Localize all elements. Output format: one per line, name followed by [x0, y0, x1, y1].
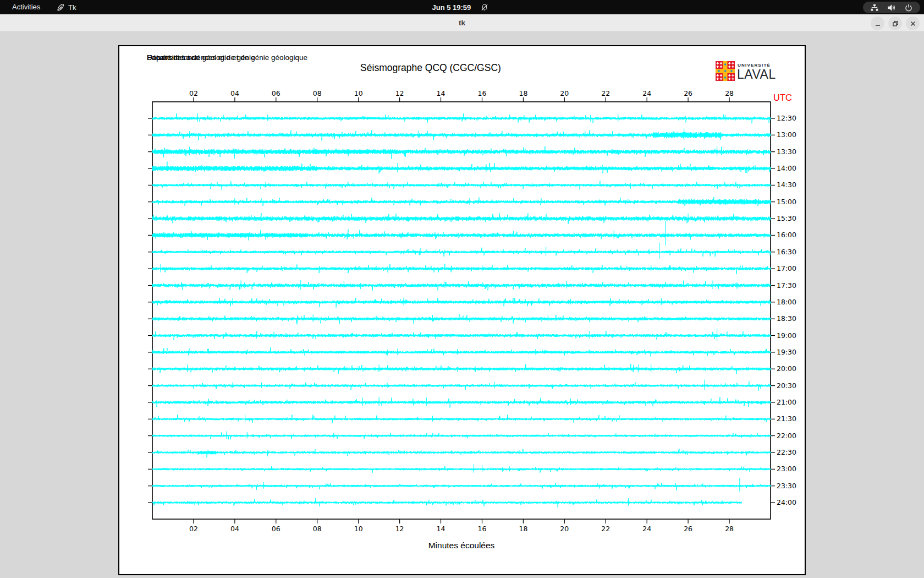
trace-time-label: 16:00 — [777, 231, 796, 239]
trace-time-label: 20:30 — [777, 381, 796, 390]
trace-time-label: 24:00 — [777, 498, 796, 506]
x-tick-label-top: 18 — [515, 89, 531, 97]
x-tick-label-bottom: 14 — [433, 525, 449, 533]
focused-app-name: Tk — [68, 3, 76, 12]
trace-time-label: 19:00 — [777, 331, 796, 340]
seismo-trace-13-30 — [152, 146, 771, 159]
x-tick-label-top: 22 — [598, 89, 613, 97]
x-tick-label-bottom: 16 — [475, 525, 490, 533]
trace-time-label: 22:00 — [777, 432, 796, 440]
close-icon — [909, 20, 917, 28]
seismo-trace-16-30 — [152, 248, 771, 257]
seismo-trace-21-00 — [152, 397, 771, 407]
seismo-trace-24-00 — [152, 498, 741, 507]
trace-time-label: 22:30 — [777, 448, 796, 456]
trace-time-label: 12:30 — [777, 114, 796, 122]
trace-time-label: 17:00 — [777, 264, 796, 272]
x-tick-label-bottom: 08 — [310, 525, 325, 533]
x-tick-label-top: 24 — [639, 89, 654, 97]
trace-time-label: 14:30 — [777, 181, 796, 189]
seismo-trace-12-30 — [152, 113, 771, 123]
seismo-trace-20-00 — [152, 364, 771, 374]
x-tick-label-top: 14 — [433, 89, 449, 97]
logo-text-laval: LAVAL — [737, 67, 776, 82]
minimize-button[interactable] — [871, 17, 884, 30]
trace-time-label: 16:30 — [777, 248, 796, 256]
seismo-trace-22-00 — [152, 432, 771, 439]
laval-shield-icon — [716, 61, 735, 81]
trace-time-label: 15:30 — [777, 214, 796, 222]
x-tick-label-top: 12 — [392, 89, 408, 97]
trace-time-label: 13:00 — [777, 130, 796, 139]
x-tick-label-bottom: 22 — [598, 525, 613, 533]
x-tick-label-bottom: 06 — [268, 525, 284, 533]
gnome-top-bar: Activities Tk Jun 5 19:59 — [0, 0, 924, 14]
trace-time-label: 14:00 — [777, 164, 796, 172]
trace-time-label: 19:30 — [777, 348, 796, 356]
trace-time-label: 18:00 — [777, 298, 796, 306]
x-tick-label-top: 20 — [557, 89, 572, 97]
minimize-icon — [874, 20, 882, 28]
restore-icon — [892, 20, 899, 28]
bell-slash-icon — [480, 3, 488, 12]
x-tick-label-bottom: 12 — [392, 525, 408, 533]
trace-time-label: 23:00 — [777, 465, 796, 473]
volume-icon — [887, 3, 896, 12]
seismo-trace-23-00 — [152, 466, 771, 472]
seismo-trace-14-30 — [152, 181, 771, 190]
network-tree-icon — [870, 3, 879, 12]
x-tick-label-bottom: 20 — [557, 525, 572, 533]
clock-label: Jun 5 19:59 — [432, 3, 471, 12]
x-tick-label-top: 26 — [680, 89, 696, 97]
seismo-trace-19-30 — [152, 347, 771, 357]
x-tick-label-bottom: 04 — [227, 525, 243, 533]
page-title: Séismographe QCQ (CGC/GSC) — [293, 62, 568, 74]
seismo-trace-15-00 — [152, 197, 771, 206]
plot-frame — [152, 102, 771, 519]
seismograph-canvas: Département de géologie et de génie géol… — [118, 45, 806, 575]
seismo-trace-22-30 — [152, 449, 771, 457]
seismo-trace-15-30 — [152, 213, 771, 224]
system-status-menu[interactable] — [863, 2, 920, 13]
utc-axis-label: UTC — [773, 92, 792, 103]
seismo-trace-23-30 — [152, 483, 771, 490]
trace-time-label: 17:30 — [777, 281, 796, 290]
activities-button[interactable]: Activities — [9, 0, 43, 14]
seismo-trace-17-00 — [152, 264, 771, 274]
x-tick-label-top: 06 — [268, 89, 284, 97]
x-tick-label-bottom: 26 — [680, 525, 696, 533]
window-title-bar[interactable]: tk — [0, 14, 924, 32]
trace-time-label: 15:00 — [777, 198, 796, 206]
x-tick-label-top: 02 — [186, 89, 201, 97]
restore-button[interactable] — [888, 17, 902, 30]
seismo-trace-17-30 — [152, 281, 771, 291]
x-tick-label-bottom: 10 — [351, 525, 366, 533]
seismograph-plot — [119, 46, 805, 574]
tk-feather-icon — [56, 3, 64, 12]
institution-line-3: Université Laval — [147, 53, 200, 63]
seismo-trace-19-00 — [152, 331, 771, 340]
x-tick-label-top: 16 — [475, 89, 490, 97]
universite-laval-logo: UNIVERSITÉ LAVAL — [716, 61, 826, 83]
seismo-trace-14-00 — [152, 162, 771, 174]
seismo-trace-20-30 — [152, 381, 771, 391]
trace-time-label: 23:30 — [777, 482, 796, 490]
trace-time-label: 18:30 — [777, 314, 796, 323]
x-tick-label-top: 10 — [351, 89, 366, 97]
seismo-trace-13-00 — [152, 130, 771, 140]
window-title: tk — [0, 14, 924, 32]
seismo-trace-16-00 — [152, 230, 771, 241]
x-tick-label-top: 08 — [310, 89, 325, 97]
power-icon — [904, 3, 913, 12]
focused-app-indicator[interactable]: Tk — [56, 0, 76, 14]
x-tick-label-bottom: 02 — [186, 525, 201, 533]
trace-time-label: 13:30 — [777, 148, 796, 156]
trace-time-label: 21:00 — [777, 398, 796, 406]
clock-menu[interactable]: Jun 5 19:59 — [432, 0, 489, 14]
trace-time-label: 20:00 — [777, 364, 796, 373]
x-tick-label-bottom: 24 — [639, 525, 654, 533]
seismo-trace-18-30 — [152, 314, 771, 324]
close-button[interactable] — [906, 17, 920, 30]
x-tick-label-bottom: 28 — [722, 525, 737, 533]
x-tick-label-top: 04 — [227, 89, 243, 97]
